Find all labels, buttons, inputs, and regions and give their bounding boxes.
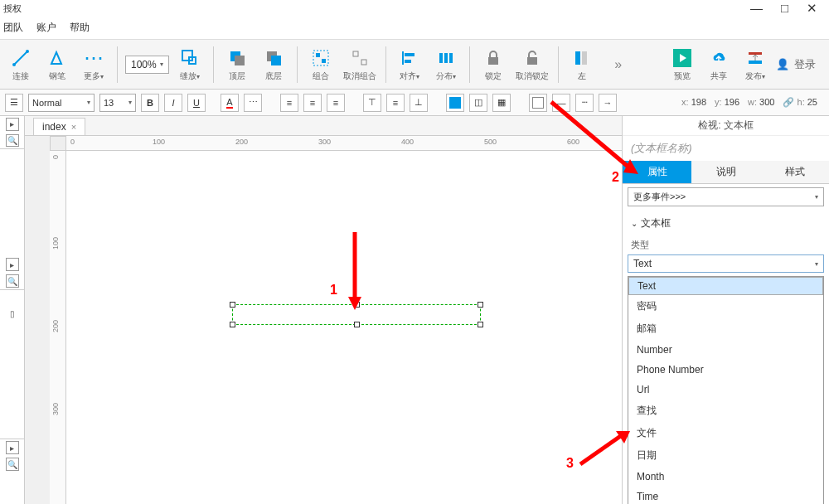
tool-distribute[interactable]: 分布▾: [430, 43, 462, 86]
align-left-button[interactable]: ≡: [280, 94, 298, 112]
tool-unlock[interactable]: 取消锁定: [514, 43, 550, 86]
login-button[interactable]: 👤登录: [776, 57, 824, 72]
italic-button[interactable]: I: [164, 94, 182, 112]
inspector-panel: 检视: 文本框 (文本框名称) 属性 说明 样式 更多事件>>>▾ ⌄文本框 类…: [622, 116, 829, 504]
ruler-vertical[interactable]: 0 100 200 300: [50, 151, 66, 504]
tab-index[interactable]: index ×: [33, 118, 85, 135]
inner-shadow-button[interactable]: ▦: [492, 94, 511, 112]
tab-notes[interactable]: 说明: [691, 161, 760, 183]
type-option-email[interactable]: 邮箱: [628, 317, 823, 340]
handle-tr[interactable]: [478, 302, 483, 308]
underline-button[interactable]: U: [187, 94, 206, 112]
font-selector[interactable]: Normal▾: [28, 94, 95, 112]
titlebar: 授权 — □ ✕: [0, 0, 829, 17]
valign-bot-button[interactable]: ⊥: [410, 94, 428, 112]
annotation-arrow-2: [547, 98, 647, 181]
play-icon: [673, 46, 691, 70]
close-button[interactable]: ✕: [807, 1, 817, 16]
tool-preview[interactable]: 预览: [667, 43, 698, 86]
type-option-date[interactable]: 日期: [628, 444, 823, 467]
valign-top-button[interactable]: ⊤: [363, 94, 381, 112]
handle-tl[interactable]: [230, 302, 235, 308]
panel-toggle-3[interactable]: ▸: [6, 441, 19, 454]
type-option-number[interactable]: Number: [628, 340, 823, 360]
section-textbox[interactable]: ⌄文本框: [623, 210, 829, 237]
type-select[interactable]: Text▾: [628, 254, 824, 273]
svg-line-0: [14, 51, 27, 65]
type-option-time[interactable]: Time: [628, 487, 823, 504]
tool-expand[interactable]: »: [603, 43, 634, 86]
size-selector[interactable]: 13▾: [99, 94, 136, 112]
coordinates: x: 198 y: 196 w: 300 🔗 h: 25: [681, 97, 824, 108]
outer-shadow-button[interactable]: ◫: [469, 94, 487, 112]
tool-scale[interactable]: 缝放▾: [174, 43, 206, 86]
type-option-month[interactable]: Month: [628, 467, 823, 487]
annotation-2: 2: [612, 170, 619, 185]
type-option-file[interactable]: 文件: [628, 422, 823, 444]
tool-align[interactable]: 对齐▾: [394, 43, 425, 86]
search-icon[interactable]: 🔍: [6, 134, 19, 148]
text-color-button[interactable]: A: [221, 94, 239, 112]
tab-style[interactable]: 样式: [760, 161, 829, 183]
valign-mid-button[interactable]: ≡: [386, 94, 405, 112]
separator: [469, 46, 470, 83]
close-icon[interactable]: ×: [71, 122, 76, 132]
tool-left[interactable]: 左: [566, 43, 598, 86]
tool-share[interactable]: 共享: [703, 43, 734, 86]
tool-more[interactable]: ⋯ 更多▾: [78, 43, 109, 86]
menu-team[interactable]: 团队: [3, 21, 23, 35]
border-color-button[interactable]: [529, 94, 547, 112]
inspector-header: 检视: 文本框: [623, 116, 829, 136]
handle-bl[interactable]: [230, 322, 235, 327]
panel-item[interactable]: ▯: [6, 307, 19, 320]
svg-rect-22: [575, 51, 580, 65]
bold-button[interactable]: B: [141, 94, 159, 112]
align-center-button[interactable]: ≡: [303, 94, 322, 112]
tool-group[interactable]: 组合: [305, 43, 337, 86]
minimize-button[interactable]: —: [750, 1, 763, 16]
type-label: 类型: [623, 237, 829, 253]
ruler-horizontal[interactable]: 0 100 200 300 400 500 600: [66, 136, 622, 151]
zoom-selector[interactable]: 100%▾: [125, 56, 169, 74]
svg-marker-28: [348, 297, 361, 310]
menu-help[interactable]: 帮助: [70, 21, 90, 35]
unlock-icon: [523, 46, 541, 70]
svg-rect-13: [361, 60, 366, 65]
type-option-text[interactable]: Text: [628, 277, 823, 295]
maximize-button[interactable]: □: [781, 1, 788, 16]
format-toolbar: ☰ Normal▾ 13▾ B I U A ⋯ ≡ ≡ ≡ ⊤ ≡ ⊥ ◫ ▦ …: [0, 90, 829, 116]
type-option-search[interactable]: 查找: [628, 400, 823, 422]
search-icon[interactable]: 🔍: [6, 458, 19, 471]
handle-br[interactable]: [478, 322, 483, 327]
svg-rect-15: [405, 53, 414, 56]
tool-connect[interactable]: 连接: [5, 43, 36, 86]
tool-lock[interactable]: 锁定: [478, 43, 509, 86]
fill-color-button[interactable]: [446, 94, 464, 112]
type-option-password[interactable]: 密码: [628, 295, 823, 317]
tool-top[interactable]: 顶层: [221, 43, 253, 86]
svg-rect-23: [582, 51, 587, 65]
left-sidebar: ▸🔍 ▸🔍 ▯ ▸🔍: [0, 116, 25, 504]
tool-publish[interactable]: 发布▾: [739, 43, 771, 86]
menu-icon[interactable]: ☰: [5, 94, 23, 112]
tool-bottom[interactable]: 底层: [258, 43, 289, 86]
svg-rect-25: [749, 61, 762, 64]
ruler-origin[interactable]: [50, 136, 66, 151]
panel-toggle-2[interactable]: ▸: [6, 258, 19, 271]
handle-bm[interactable]: [354, 322, 360, 327]
type-option-url[interactable]: Url: [628, 380, 823, 400]
type-option-phone[interactable]: Phone Number: [628, 360, 823, 380]
element-name-field[interactable]: (文本框名称): [623, 136, 829, 161]
panel-toggle-1[interactable]: ▸: [6, 118, 19, 131]
menu-account[interactable]: 账户: [36, 21, 56, 35]
canvas[interactable]: [66, 151, 622, 504]
align-right-button[interactable]: ≡: [327, 94, 345, 112]
tool-ungroup[interactable]: 取消组合: [342, 43, 378, 86]
more-text-button[interactable]: ⋯: [244, 94, 262, 112]
search-icon[interactable]: 🔍: [6, 274, 19, 288]
events-dropdown[interactable]: 更多事件>>>▾: [628, 187, 824, 206]
tool-pen[interactable]: 钢笔: [41, 43, 73, 86]
user-icon: 👤: [776, 58, 789, 70]
svg-point-1: [12, 63, 16, 66]
separator: [558, 46, 559, 83]
